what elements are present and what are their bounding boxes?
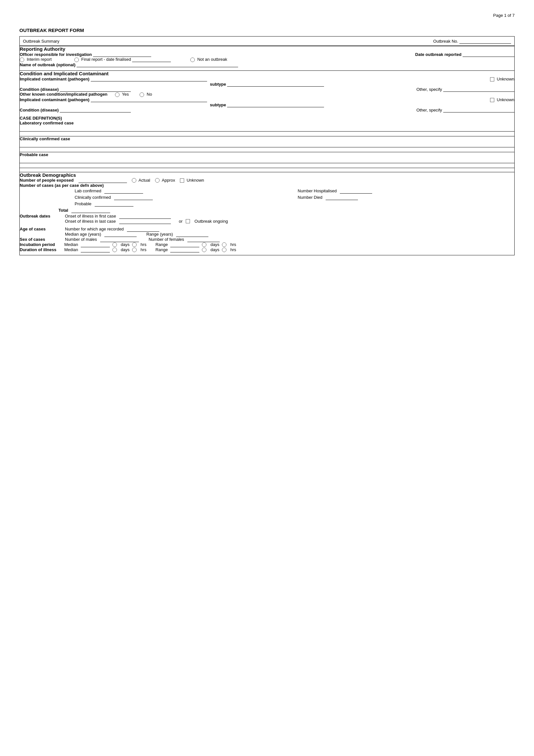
- outbreak-no-label: Outbreak No.: [433, 39, 511, 44]
- onset-first-field[interactable]: [119, 214, 171, 219]
- subtype-field1[interactable]: [227, 81, 324, 87]
- officer-field[interactable]: [93, 52, 151, 57]
- range-years-label: Range (years): [146, 232, 173, 237]
- no-radio[interactable]: [140, 93, 144, 97]
- age-label: Age of cases: [20, 227, 62, 231]
- cases-label-row: Number of cases (as per case defn above): [20, 183, 515, 188]
- age-row: Age of cases Number for which age record…: [20, 227, 515, 232]
- num-died-field[interactable]: [326, 195, 358, 200]
- probable-count-row: Probable: [20, 201, 515, 207]
- yes-radio[interactable]: [115, 93, 119, 97]
- lab-count-field[interactable]: [104, 188, 143, 194]
- date-field[interactable]: [463, 52, 514, 57]
- incubation-hrs-radio[interactable]: [132, 242, 137, 247]
- clinically-label: Clinically confirmed case: [20, 136, 70, 141]
- sex-label: Sex of cases: [20, 237, 62, 242]
- unknown-checkbox-exposed[interactable]: [180, 178, 184, 183]
- demographics-header-row: Outbreak Demographics: [20, 172, 515, 178]
- num-females-field[interactable]: [187, 237, 220, 242]
- probable-row: Probable case: [20, 152, 515, 172]
- implicated-label2: Implicated contaminant (pathogen): [20, 97, 89, 102]
- prob-def-line2: [20, 168, 514, 168]
- condition-label2: Condition (disease): [20, 108, 59, 113]
- clin-confirmed-sub-label: Clinically confirmed: [75, 195, 111, 200]
- duration-median-field[interactable]: [81, 247, 110, 253]
- unknown-label2: Unknown: [497, 97, 514, 102]
- duration-range-hrs-radio[interactable]: [222, 248, 226, 252]
- onset-first-row: Outbreak dates Onset of illness in first…: [20, 214, 515, 219]
- subtype-label2: subtype: [210, 102, 226, 107]
- onset-last-row: Onset of illness in last case or Outbrea…: [20, 219, 515, 227]
- main-form-table: Outbreak Summary Outbreak No. Reporting …: [19, 36, 515, 255]
- exposed-field[interactable]: [79, 178, 127, 183]
- probable-count-field[interactable]: [95, 202, 134, 206]
- outbreak-no-field[interactable]: [459, 39, 511, 44]
- implicated-field1[interactable]: [91, 76, 207, 81]
- incubation-days-radio[interactable]: [113, 242, 117, 247]
- duration-range-field[interactable]: [170, 247, 199, 253]
- total-row: Total: [20, 207, 515, 214]
- other-specify-field2[interactable]: [443, 107, 514, 113]
- outbreak-dates-label: Outbreak dates: [20, 214, 62, 219]
- duration-range-hrs-label: hrs: [230, 247, 236, 252]
- total-count-field[interactable]: [71, 208, 110, 213]
- duration-hrs-label: hrs: [140, 247, 146, 252]
- range-age-field[interactable]: [176, 232, 208, 237]
- probable-label: Probable case: [20, 152, 48, 157]
- duration-row: Duration of illness Median days hrs Rang…: [20, 247, 515, 255]
- final-radio[interactable]: [74, 58, 79, 62]
- implicated-label1: Implicated contaminant (pathogen): [20, 77, 89, 81]
- subtype-label1: subtype: [210, 82, 226, 87]
- incubation-median-field[interactable]: [81, 242, 110, 247]
- other-known-row: Other known condition/implicated pathoge…: [20, 92, 515, 97]
- num-hosp-field[interactable]: [340, 188, 372, 194]
- outbreak-ongoing-checkbox[interactable]: [186, 219, 190, 223]
- age-recorded-label: Number for which age recorded: [65, 227, 124, 231]
- incubation-range-field[interactable]: [170, 242, 199, 247]
- incubation-range-days-radio[interactable]: [202, 242, 206, 247]
- actual-radio[interactable]: [132, 178, 136, 183]
- duration-range-label: Range: [155, 247, 168, 252]
- onset-last-field[interactable]: [119, 219, 171, 224]
- date-label: Date outbreak reported: [415, 52, 461, 57]
- unknown-label1: Unknown: [497, 77, 514, 81]
- prob-def-line1: [20, 163, 514, 163]
- num-hosp-label: Number Hospitalised: [298, 188, 337, 193]
- duration-range-days-radio[interactable]: [202, 248, 206, 252]
- condition-field1[interactable]: [60, 87, 131, 92]
- age-recorded-field[interactable]: [127, 227, 159, 232]
- outbreak-ongoing-label: Outbreak ongoing: [194, 219, 228, 224]
- median-age-label: Median age (years): [65, 232, 101, 237]
- final-date-field[interactable]: [132, 57, 171, 62]
- clinically-row: Clinically confirmed case: [20, 136, 515, 152]
- duration-days-radio[interactable]: [113, 248, 117, 252]
- interim-radio[interactable]: [20, 58, 24, 62]
- subtype-field2[interactable]: [227, 102, 324, 107]
- incubation-hrs-label: hrs: [140, 242, 146, 247]
- condition-label1: Condition (disease): [20, 87, 59, 92]
- subtype-row1: subtype: [20, 81, 515, 87]
- other-specify-field1[interactable]: [443, 87, 514, 92]
- unknown-checkbox1[interactable]: [490, 77, 494, 81]
- other-known-label: Other known condition/implicated pathoge…: [20, 92, 108, 97]
- num-males-field[interactable]: [100, 237, 139, 242]
- exposed-label: Number of people exposed: [20, 178, 74, 183]
- duration-hrs-radio[interactable]: [132, 248, 137, 252]
- implicated-field2[interactable]: [91, 97, 207, 102]
- incubation-range-hrs-label: hrs: [230, 242, 236, 247]
- condition-field2[interactable]: [60, 107, 131, 113]
- median-age-row: Median age (years) Range (years): [20, 232, 515, 237]
- not-outbreak-radio[interactable]: [190, 58, 195, 62]
- median-age-field[interactable]: [104, 232, 137, 237]
- clin-count-field[interactable]: [114, 195, 153, 200]
- outbreak-summary-label: Outbreak Summary: [23, 39, 60, 44]
- incubation-label: Incubation period: [20, 242, 62, 247]
- unknown-checkbox2[interactable]: [490, 98, 494, 102]
- page-number: Page 1 of 7: [19, 13, 515, 18]
- outbreak-name-field[interactable]: [77, 62, 238, 67]
- incubation-range-hrs-radio[interactable]: [222, 242, 226, 247]
- approx-radio[interactable]: [155, 178, 160, 183]
- condition-row1: Condition (disease) Other, specify: [20, 87, 515, 92]
- approx-label: Approx: [162, 178, 175, 183]
- reporting-authority-header: Reporting Authority: [20, 46, 515, 52]
